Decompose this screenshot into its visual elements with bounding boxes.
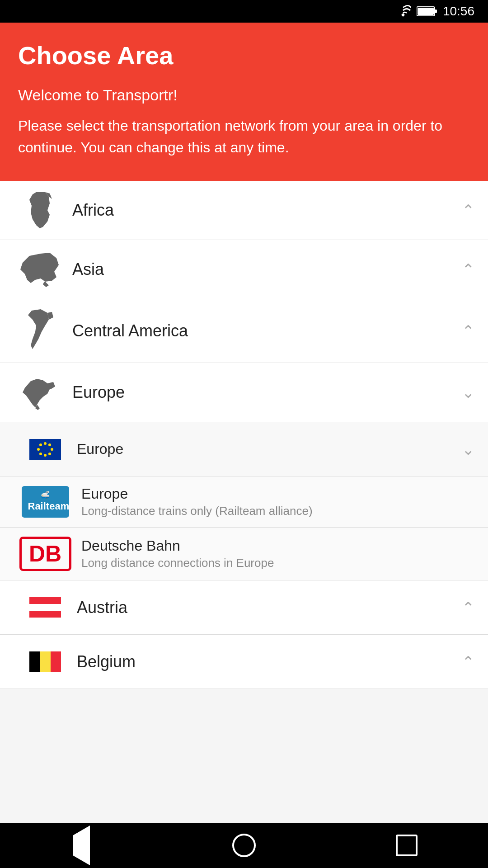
db-logo: DB — [18, 537, 72, 571]
europe-continent-icon — [14, 372, 68, 413]
svg-point-11 — [39, 443, 42, 446]
svg-rect-1 — [435, 9, 437, 13]
central-america-chevron: ⌃ — [457, 322, 474, 340]
area-item-africa[interactable]: Africa ⌃ — [0, 181, 488, 240]
area-item-belgium[interactable]: Belgium ⌃ — [0, 635, 488, 689]
db-text: Deutsche Bahn Long distance connections … — [72, 538, 474, 570]
battery-icon — [417, 5, 437, 17]
area-item-asia[interactable]: Asia ⌃ — [0, 240, 488, 299]
central-america-label: Central America — [68, 321, 457, 340]
central-america-continent-icon — [14, 308, 68, 354]
africa-chevron: ⌃ — [457, 201, 474, 219]
svg-point-10 — [37, 448, 40, 451]
europe-eu-label: Europe — [72, 441, 457, 458]
svg-rect-3 — [29, 439, 61, 460]
asia-continent-icon — [14, 249, 68, 290]
railteam-title: Europe — [81, 486, 474, 502]
europe-label: Europe — [68, 383, 457, 402]
area-list: Africa ⌃ Asia ⌃ Central America ⌃ — [0, 181, 488, 823]
back-icon — [73, 835, 90, 856]
africa-continent-icon — [14, 190, 68, 231]
header: Choose Area Welcome to Transportr! Pleas… — [0, 23, 488, 181]
svg-point-6 — [51, 448, 53, 451]
svg-rect-2 — [418, 8, 434, 15]
asia-chevron: ⌃ — [457, 260, 474, 278]
europe-railteam-item[interactable]: 🚅 Railteam Europe Long-distance trains o… — [0, 476, 488, 528]
asia-label: Asia — [68, 260, 457, 279]
db-desc: Long distance connections in Europe — [81, 556, 474, 570]
recent-icon — [396, 835, 418, 856]
home-button[interactable] — [226, 827, 262, 863]
back-button[interactable] — [63, 827, 99, 863]
europe-eu-item[interactable]: Europe ⌄ — [0, 422, 488, 476]
europe-chevron: ⌄ — [457, 383, 474, 401]
db-title: Deutsche Bahn — [81, 538, 474, 554]
area-item-central-america[interactable]: Central America ⌃ — [0, 299, 488, 363]
area-item-europe[interactable]: Europe ⌄ — [0, 363, 488, 422]
svg-point-7 — [48, 453, 51, 455]
europe-eu-chevron: ⌄ — [457, 440, 474, 458]
deutsche-bahn-item[interactable]: DB Deutsche Bahn Long distance connectio… — [0, 528, 488, 580]
page-title: Choose Area — [18, 41, 470, 70]
description-text: Please select the transportation network… — [18, 115, 470, 158]
austria-chevron: ⌃ — [457, 599, 474, 617]
railteam-desc: Long-distance trains only (Railteam alli… — [81, 504, 474, 518]
belgium-chevron: ⌃ — [457, 653, 474, 671]
area-item-austria[interactable]: Austria ⌃ — [0, 580, 488, 635]
svg-point-4 — [44, 442, 47, 445]
railteam-text: Europe Long-distance trains only (Railte… — [72, 486, 474, 518]
svg-point-8 — [44, 454, 47, 457]
status-bar: 10:56 — [0, 0, 488, 23]
welcome-text: Welcome to Transportr! — [18, 86, 470, 104]
austria-flag-icon — [18, 597, 72, 618]
eu-flag-icon — [18, 439, 72, 460]
home-icon — [232, 834, 256, 857]
austria-label: Austria — [72, 598, 457, 617]
svg-point-5 — [48, 443, 51, 446]
status-icons: 10:56 — [395, 4, 474, 19]
belgium-label: Belgium — [72, 652, 457, 671]
wifi-icon — [395, 5, 411, 18]
bottom-nav — [0, 823, 488, 868]
railteam-logo: 🚅 Railteam — [18, 486, 72, 517]
africa-label: Africa — [68, 201, 457, 220]
recent-button[interactable] — [389, 827, 425, 863]
belgium-flag-icon — [18, 651, 72, 672]
svg-point-9 — [39, 453, 42, 455]
clock-time: 10:56 — [443, 4, 474, 19]
